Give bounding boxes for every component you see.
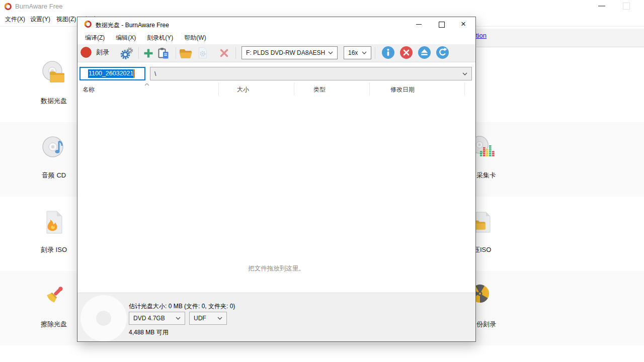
maximize-icon: [439, 22, 445, 28]
disc-info-button[interactable]: [382, 46, 394, 59]
burnaware-logo-icon: [4, 3, 12, 11]
filesystem-value: UDF: [194, 315, 217, 322]
path-select-value: \: [154, 70, 462, 77]
column-divider: [294, 82, 294, 96]
disc-hole: [96, 311, 111, 326]
chevron-down-icon: [362, 51, 367, 54]
column-size[interactable]: 大小: [237, 85, 249, 94]
dialog-toolbar: 刻录: [77, 44, 475, 62]
main-window-title: BurnAware Free: [15, 3, 62, 10]
speed-select-value: 16x: [348, 49, 362, 56]
open-folder-icon[interactable]: [179, 47, 193, 59]
toolbar-separator: [375, 47, 375, 59]
add-files-icon[interactable]: [143, 48, 154, 59]
column-divider: [218, 82, 219, 96]
dialog-menubar: 编译(Z) 编辑(X) 刻录机(Y) 帮助(W): [77, 32, 475, 44]
refresh-button[interactable]: [436, 46, 449, 59]
dialog-close-button[interactable]: ×: [454, 17, 474, 32]
disc-name-input[interactable]: 1100_26032021: [79, 67, 145, 80]
remove-icon[interactable]: [219, 48, 229, 58]
header-band: tion: [473, 29, 644, 47]
speed-select[interactable]: 16x: [344, 46, 371, 59]
dialog-minimize-button[interactable]: [409, 17, 429, 32]
nav-label: 刻录 ISO: [24, 245, 84, 254]
column-divider: [369, 82, 370, 96]
toolbar-separator: [138, 47, 139, 59]
filesystem-select[interactable]: UDF: [189, 312, 227, 325]
disc-name-selected-text: 1100_26032021: [88, 69, 133, 78]
audio-cd-icon: [40, 134, 68, 162]
nav-label: 音频 CD: [24, 171, 84, 180]
cancel-button[interactable]: [400, 46, 413, 59]
chevron-down-icon: [462, 72, 467, 75]
eject-button[interactable]: [418, 46, 431, 59]
dialog-title: 数据光盘 - BurnAware Free: [96, 21, 169, 30]
drop-hint-text: 把文件拖放到这里。: [77, 264, 475, 273]
toolbar-separator: [176, 47, 176, 59]
chevron-down-icon: [328, 51, 333, 54]
data-disc-icon: [40, 59, 68, 87]
menu-edit[interactable]: 编辑(X): [110, 34, 141, 42]
chevron-down-icon: [217, 317, 222, 320]
disc-size-select[interactable]: DVD 4.7GB: [129, 312, 185, 325]
drive-select[interactable]: F: PLDS DVD-RW DA8AESH: [242, 46, 338, 59]
drive-select-value: F: PLDS DVD-RW DA8AESH: [246, 49, 328, 56]
menu-settings[interactable]: 设置(Y): [30, 15, 50, 24]
text-caret: [133, 69, 135, 78]
menu-compile[interactable]: 编译(Z): [79, 34, 110, 42]
minimize-button[interactable]: [598, 6, 605, 7]
column-modified[interactable]: 修改日期: [390, 85, 415, 94]
nav-label: 擦除光盘: [24, 320, 84, 329]
sort-ascending-icon: [144, 83, 149, 86]
dialog-titlebar[interactable]: 数据光盘 - BurnAware Free ×: [77, 17, 475, 32]
record-icon: [80, 47, 92, 58]
dialog-footer: 估计光盘大小: 0 MB (文件: 0, 文件夹: 0) DVD 4.7GB U…: [77, 293, 475, 341]
estimated-size-text: 估计光盘大小: 0 MB (文件: 0, 文件夹: 0): [129, 302, 235, 311]
nav-item-burn-iso[interactable]: 刻录 ISO: [24, 208, 84, 254]
burn-iso-icon: [40, 208, 68, 236]
menu-recorder[interactable]: 刻录机(Y): [141, 34, 179, 42]
burnaware-logo-icon: [84, 20, 92, 28]
nav-label: 数据光盘: [24, 97, 84, 106]
paste-icon[interactable]: [157, 47, 169, 59]
burn-button-label: 刻录: [96, 48, 109, 57]
properties-disabled-icon[interactable]: [197, 47, 208, 59]
menu-file[interactable]: 文件(X): [5, 15, 25, 24]
nav-item-audio-cd[interactable]: 音频 CD: [24, 134, 84, 180]
disc-capacity-graphic: [80, 295, 127, 341]
burn-button[interactable]: 刻录: [80, 47, 109, 58]
column-name[interactable]: 名称: [83, 85, 95, 94]
close-icon: ×: [461, 19, 466, 29]
free-space-text: 4,488 MB 可用: [129, 328, 169, 337]
minimize-icon: [416, 24, 422, 25]
file-drop-zone[interactable]: 把文件拖放到这里。: [77, 96, 475, 293]
erase-disc-icon: [40, 283, 68, 311]
toolbar-separator: [235, 47, 236, 59]
menu-view[interactable]: 视图(Z): [56, 15, 76, 24]
disc-size-value: DVD 4.7GB: [133, 315, 176, 322]
nav-item-data-disc[interactable]: 数据光盘: [24, 59, 84, 106]
data-disc-dialog: 数据光盘 - BurnAware Free × 编译(Z) 编辑(X) 刻录机(…: [77, 17, 476, 342]
settings-gears-icon[interactable]: [120, 47, 134, 60]
dialog-maximize-button[interactable]: [432, 17, 452, 32]
chevron-down-icon: [176, 317, 181, 320]
nav-item-erase-disc[interactable]: 擦除光盘: [24, 283, 84, 329]
maximize-button[interactable]: [623, 3, 630, 10]
path-select[interactable]: \: [150, 67, 472, 80]
column-divider: [464, 82, 465, 96]
menu-help[interactable]: 帮助(W): [179, 34, 211, 42]
file-list-header: 名称 大小 类型 修改日期: [77, 82, 475, 96]
column-type[interactable]: 类型: [313, 85, 326, 94]
upgrade-link[interactable]: tion: [476, 32, 487, 39]
